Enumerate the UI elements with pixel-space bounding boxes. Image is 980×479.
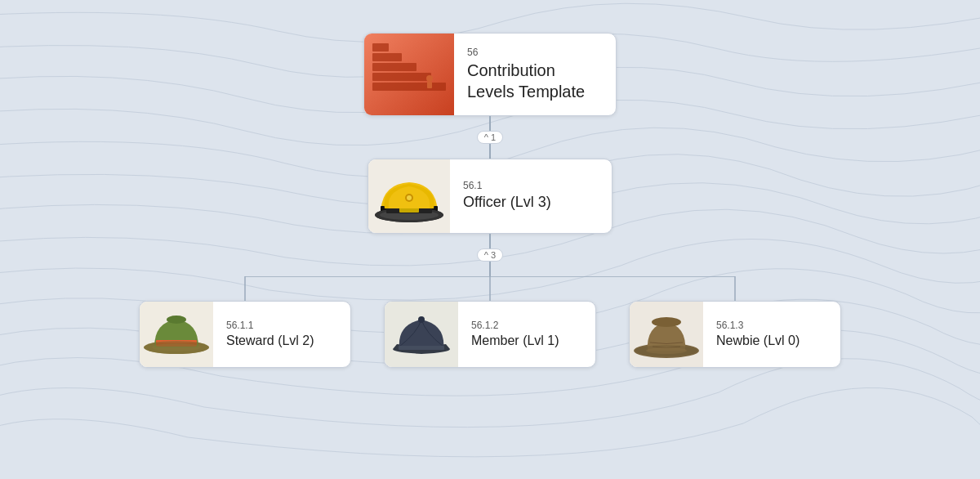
level2-node-0-text: 56.1.1 Steward (Lvl 2) xyxy=(213,311,327,358)
root-badge: ^ 1 xyxy=(477,131,503,144)
svg-rect-2 xyxy=(372,73,431,81)
level2-node-2-text: 56.1.3 Newbie (Lvl 0) xyxy=(703,311,813,358)
level-1-container: 56.1 Officer (Lvl 3) ^ 3 xyxy=(368,159,612,276)
level2-right-col: 56.1.3 Newbie (Lvl 0) xyxy=(612,276,858,368)
level2-node-0-image xyxy=(140,302,213,367)
svg-point-6 xyxy=(426,75,433,82)
level2-node-1[interactable]: 56.1.2 Member (Lvl 1) xyxy=(384,301,596,368)
svg-point-23 xyxy=(152,343,201,351)
svg-point-31 xyxy=(646,347,687,354)
level2-center-col: 56.1.2 Member (Lvl 1) xyxy=(368,276,612,368)
svg-point-29 xyxy=(652,317,681,327)
level2-node-1-text: 56.1.2 Member (Lvl 1) xyxy=(458,311,572,358)
level-0-container: 56 Contribution Levels Template ^ 1 xyxy=(363,33,617,159)
svg-rect-7 xyxy=(427,82,432,88)
level2-node-1-number: 56.1.2 xyxy=(471,320,559,331)
root-node-image xyxy=(364,34,454,115)
level2-row-wrapper: 56.1.1 Steward (Lvl 2) xyxy=(122,276,858,368)
level2-node-2-title: Newbie (Lvl 0) xyxy=(716,333,800,350)
v-line-l1 xyxy=(489,234,491,248)
level2-node-1-title: Member (Lvl 1) xyxy=(471,333,559,350)
level1-node[interactable]: 56.1 Officer (Lvl 3) xyxy=(368,159,612,234)
level1-connector: ^ 3 xyxy=(477,234,503,276)
spacer-center-top xyxy=(489,276,491,301)
level2-node-0[interactable]: 56.1.1 Steward (Lvl 2) xyxy=(139,301,351,368)
level1-node-number: 56.1 xyxy=(463,180,551,191)
level1-node-image xyxy=(368,159,450,233)
svg-point-25 xyxy=(418,316,425,323)
level2-node-2-number: 56.1.3 xyxy=(716,320,800,331)
v-line-l1-2 xyxy=(489,262,491,276)
svg-rect-26 xyxy=(399,346,444,350)
level2-node-2-image xyxy=(630,302,703,367)
svg-point-16 xyxy=(407,195,412,200)
svg-rect-4 xyxy=(372,53,402,61)
level2-node-0-number: 56.1.1 xyxy=(226,320,314,331)
v-line-root-2 xyxy=(489,144,491,159)
level2-node-2[interactable]: 56.1.3 Newbie (Lvl 0) xyxy=(629,301,841,368)
level1-node-text: 56.1 Officer (Lvl 3) xyxy=(450,172,564,220)
root-connector: ^ 1 xyxy=(477,116,503,159)
level2-left-col: 56.1.1 Steward (Lvl 2) xyxy=(122,276,368,368)
spacer-left-top xyxy=(244,276,246,301)
svg-rect-1 xyxy=(372,83,446,91)
root-node-title: Contribution Levels Template xyxy=(467,60,585,102)
v-line-root xyxy=(489,116,491,131)
root-node-number: 56 xyxy=(467,47,585,58)
root-node[interactable]: 56 Contribution Levels Template xyxy=(363,33,617,116)
spacer-right-top xyxy=(734,276,736,301)
svg-rect-3 xyxy=(372,63,416,71)
level2-node-0-title: Steward (Lvl 2) xyxy=(226,333,314,350)
svg-rect-5 xyxy=(372,43,389,51)
level1-node-title: Officer (Lvl 3) xyxy=(463,193,551,212)
level2-branch-container: 56.1.1 Steward (Lvl 2) xyxy=(122,276,858,368)
root-node-text: 56 Contribution Levels Template xyxy=(454,38,598,110)
level2-node-1-image xyxy=(385,302,458,367)
level1-badge: ^ 3 xyxy=(477,248,503,262)
svg-point-21 xyxy=(167,316,186,324)
